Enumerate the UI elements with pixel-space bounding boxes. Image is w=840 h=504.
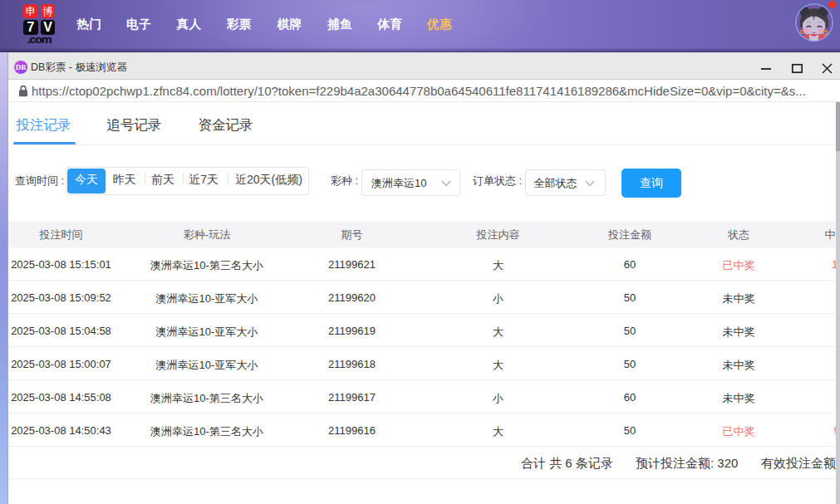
svg-text:DB: DB [16, 63, 27, 71]
